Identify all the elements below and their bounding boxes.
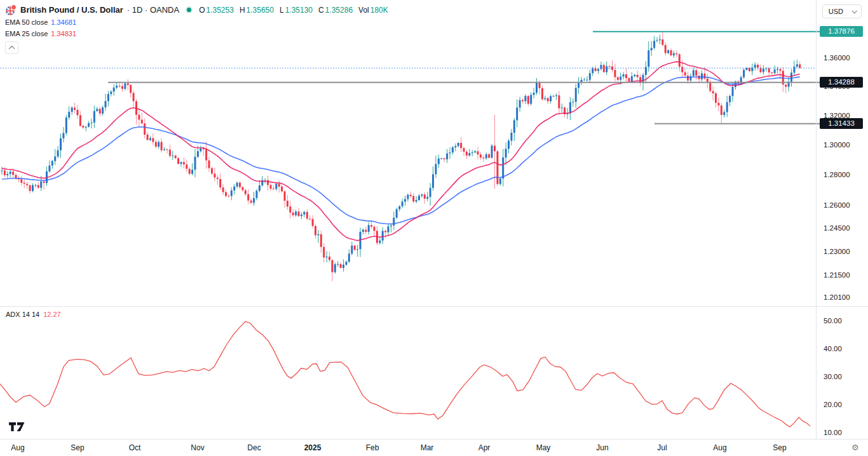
price-tick-label: 1.28000 — [824, 170, 865, 180]
ema50-value: 1.34681 — [51, 18, 76, 26]
time-axis-label: Aug — [706, 441, 734, 454]
adx-tick-label: 40.00 — [824, 344, 865, 354]
chart-canvas[interactable] — [0, 0, 868, 456]
adx-indicator-legend[interactable]: ADX 14 14 12.27 — [6, 311, 61, 318]
ema50-legend[interactable]: EMA 50 close 1.34681 — [5, 17, 388, 27]
market-status-dot[interactable] — [187, 8, 191, 12]
trading-chart-app: British Pound / U.S. Dollar · 1D · OANDA… — [0, 0, 868, 456]
price-tick-label: 1.30000 — [824, 140, 865, 150]
time-axis-label: Sep — [766, 441, 794, 454]
time-axis-label: Sep — [64, 441, 92, 454]
ema25-legend[interactable]: EMA 25 close 1.34831 — [5, 28, 388, 39]
close-value: 1.35286 — [325, 6, 353, 15]
price-tick-label: 1.23000 — [824, 246, 865, 257]
gear-icon[interactable]: ⚙ — [851, 443, 859, 453]
chevron-down-icon — [851, 8, 857, 13]
ohlc-values: O1.35253 H1.35650 L1.35130 C1.35286 Vol1… — [199, 6, 388, 15]
price-tick-label: 1.26000 — [824, 200, 865, 210]
price-tick-label: 1.20100 — [824, 292, 865, 302]
volume-value: 180K — [370, 6, 388, 15]
time-axis-label: Feb — [358, 441, 386, 454]
time-axis-label: Jun — [588, 441, 616, 454]
price-level-badge[interactable]: 1.31433 — [820, 118, 863, 129]
tradingview-logo[interactable] — [9, 422, 25, 434]
symbol-row: British Pound / U.S. Dollar · 1D · OANDA… — [5, 4, 388, 16]
time-axis-label: Apr — [470, 441, 498, 454]
time-axis-label: May — [529, 441, 557, 454]
adx-tick-label: 30.00 — [824, 372, 865, 382]
collapse-legend-button[interactable] — [5, 41, 18, 54]
chevron-up-icon — [9, 45, 15, 51]
time-axis-label: Dec — [240, 441, 268, 454]
currency-dropdown[interactable]: USD — [822, 4, 862, 18]
time-axis-label: Jul — [648, 441, 676, 454]
ema25-value: 1.34831 — [51, 30, 76, 37]
symbol-meta[interactable]: · 1D · OANDA — [127, 5, 179, 15]
low-value: 1.35130 — [285, 6, 313, 15]
price-level-badge[interactable]: 1.34288 — [820, 77, 863, 88]
symbol-title[interactable]: British Pound / U.S. Dollar — [20, 5, 123, 15]
time-axis-label: Mar — [413, 441, 441, 454]
time-axis-label: Oct — [121, 441, 149, 454]
symbol-icon — [5, 4, 17, 16]
adx-tick-label: 50.00 — [824, 316, 865, 326]
adx-label: ADX 14 14 — [6, 311, 39, 318]
high-value: 1.35650 — [247, 6, 274, 15]
ema50-label: EMA 50 close — [5, 18, 48, 26]
time-axis-label: Nov — [184, 441, 212, 454]
adx-tick-label: 10.00 — [824, 427, 865, 438]
symbol-legend: British Pound / U.S. Dollar · 1D · OANDA… — [5, 4, 388, 54]
price-level-badge[interactable]: 1.37876 — [820, 26, 863, 37]
price-tick-label: 1.21500 — [824, 270, 865, 280]
open-value: 1.35253 — [206, 6, 233, 15]
time-axis-label: Aug — [4, 441, 32, 454]
price-tick-label: 1.36000 — [824, 53, 865, 63]
currency-value: USD — [829, 8, 843, 15]
ema25-label: EMA 25 close — [5, 30, 48, 37]
adx-value: 12.27 — [43, 311, 61, 318]
price-tick-label: 1.24500 — [824, 223, 865, 233]
adx-tick-label: 20.00 — [824, 399, 865, 410]
time-axis-label: 2025 — [299, 441, 327, 454]
